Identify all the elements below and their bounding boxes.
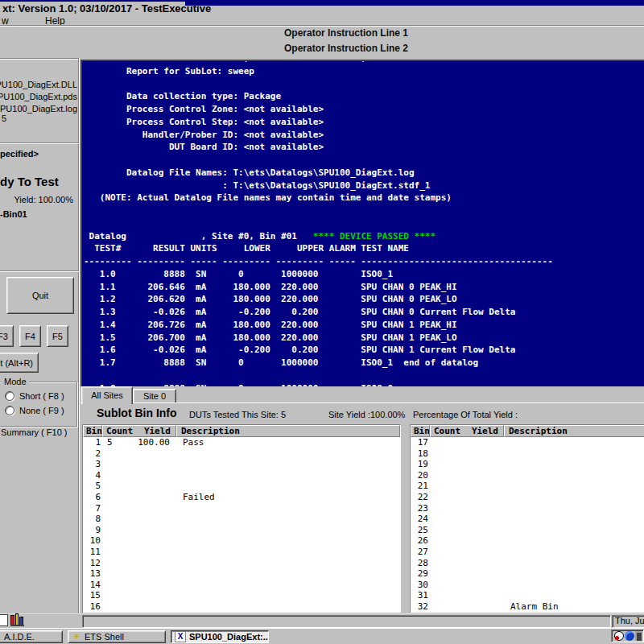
sidebar-not-specified-fragment: pecified> bbox=[0, 149, 39, 159]
bin-yield-cell bbox=[456, 459, 497, 470]
fkey-button-f3[interactable]: F3 bbox=[0, 325, 14, 347]
status-message-field bbox=[82, 615, 611, 628]
sidebar-file: SPU100_DiagExt.DLL bbox=[0, 80, 77, 92]
bin-bin-cell: 22 bbox=[411, 492, 428, 503]
bin-table-row: 31 bbox=[411, 590, 644, 601]
radio-label: None ( F9 ) bbox=[19, 406, 64, 415]
taskbar-button-aide[interactable]: A.I.D.E. bbox=[0, 630, 63, 643]
bin-yield-cell bbox=[456, 568, 497, 580]
bin-bin-cell: 23 bbox=[411, 503, 428, 514]
bin-yield-cell bbox=[456, 558, 497, 569]
quit-button[interactable]: Quit bbox=[6, 277, 74, 314]
bin-bin-cell: 26 bbox=[411, 535, 428, 547]
bin-bin-cell: 3 bbox=[83, 459, 101, 470]
status-ready-to-test: dy To Test bbox=[0, 175, 59, 188]
mode-radio-short-f8[interactable]: Short ( F8 ) bbox=[5, 390, 64, 401]
sidebar-file: SPU100_DiagExt.pds bbox=[0, 92, 77, 104]
datalog-console[interactable]: , , Report for SubLot: sweep Data collec… bbox=[80, 60, 644, 386]
bin-yield-cell bbox=[456, 590, 497, 601]
bin-yield-cell bbox=[456, 470, 497, 481]
bin-yield-cell bbox=[456, 492, 497, 503]
bin-bin-cell: 5 bbox=[83, 481, 101, 492]
bin-count-cell bbox=[435, 558, 456, 569]
bin-desc-cell: Failed bbox=[183, 492, 215, 503]
sublot-bin-info-title: Sublot Bin Info bbox=[97, 407, 177, 419]
bin-yield-cell bbox=[128, 580, 170, 591]
bin-count-cell bbox=[435, 601, 456, 613]
bin-yield-cell bbox=[128, 525, 170, 536]
bin-bin-cell: 17 bbox=[411, 437, 428, 448]
bin-bin-cell: 27 bbox=[411, 547, 428, 558]
bin-table-row: 19 bbox=[411, 459, 644, 470]
bin-table-body-left: 15100.00Pass23456Failed78910111213141516 bbox=[83, 437, 400, 613]
bin-count-cell bbox=[435, 481, 456, 492]
bar-chart-icon[interactable] bbox=[10, 613, 24, 626]
summary-f10-fragment[interactable]: Summary ( F10 ) bbox=[1, 427, 68, 437]
sidebar-top-separator bbox=[0, 58, 79, 60]
bin-table-row: 15 bbox=[83, 590, 400, 601]
taskbar-button-ets-shell[interactable]: ✳ETS Shell bbox=[68, 630, 166, 643]
bin-table-row: 20 bbox=[411, 470, 644, 481]
bin-bin-cell: 24 bbox=[411, 514, 428, 525]
bin-count-cell bbox=[107, 535, 128, 547]
bin-count-cell bbox=[107, 601, 128, 613]
bin-table-row: 27 bbox=[411, 547, 644, 558]
partial-tray-icon[interactable] bbox=[635, 631, 642, 641]
radio-icon[interactable] bbox=[5, 406, 14, 415]
bin-count-cell bbox=[435, 470, 456, 481]
bin-yield-cell bbox=[456, 481, 497, 492]
bin-yield-cell bbox=[128, 470, 170, 481]
tab-all-sites[interactable]: All Sites bbox=[81, 386, 133, 404]
bin-table-row: 8 bbox=[83, 514, 400, 525]
bin-table-row: 29 bbox=[411, 568, 644, 580]
taskbar-button-spu100-active[interactable]: XSPU100_DiagExt:... bbox=[171, 630, 269, 643]
network-globe-tray-icon[interactable] bbox=[625, 631, 634, 641]
bin-count-cell bbox=[107, 590, 128, 601]
radio-icon[interactable] bbox=[5, 391, 14, 401]
document-icon[interactable] bbox=[0, 614, 8, 626]
bin-desc-cell: Alarm Bin bbox=[510, 601, 559, 613]
bin-yield-cell: 100.00 bbox=[128, 437, 170, 448]
spu100-app-icon: X bbox=[175, 631, 186, 642]
sidebar-separator bbox=[0, 142, 79, 144]
bin-count-cell bbox=[435, 437, 456, 448]
bin-yield-cell bbox=[128, 547, 170, 558]
alarm-clock-tray-icon[interactable] bbox=[614, 631, 624, 641]
bin-count-cell bbox=[435, 568, 456, 580]
bin-table-row: 16 bbox=[83, 601, 400, 613]
bin-count-cell bbox=[435, 492, 456, 503]
col-header-bin: Bin bbox=[83, 425, 102, 437]
fkey-button-row: F3F4F5 bbox=[0, 325, 80, 345]
mode-radio-none-f9[interactable]: None ( F9 ) bbox=[5, 405, 64, 415]
ets-shell-icon: ✳ bbox=[72, 632, 81, 642]
bin-table-row: 24 bbox=[411, 514, 644, 525]
bin-yield-cell bbox=[128, 459, 170, 470]
bin-table-row: 22 bbox=[411, 492, 644, 503]
bin-bin-cell: 28 bbox=[411, 558, 428, 569]
bin-table-row: 21 bbox=[411, 481, 644, 492]
bin-table-body-right: 17181920212223242526272829303132Alarm Bi… bbox=[411, 437, 644, 613]
mode-groupbox-label: Mode bbox=[2, 377, 29, 386]
repeat-alt-r-button[interactable]: t (Alt+R) bbox=[0, 353, 39, 373]
system-tray bbox=[611, 630, 644, 642]
tab-site-0[interactable]: Site 0 bbox=[133, 389, 176, 403]
bin-bin-cell: 20 bbox=[411, 470, 428, 481]
titlebar-strip-right bbox=[185, 0, 644, 6]
bin-table-row: 9 bbox=[83, 525, 400, 536]
bin-count-cell bbox=[435, 580, 456, 591]
bin-yield-cell bbox=[456, 525, 497, 536]
radio-label: Short ( F8 ) bbox=[19, 391, 64, 401]
fkey-button-f4[interactable]: F4 bbox=[19, 325, 41, 347]
bin-table-row: 10 bbox=[83, 535, 400, 547]
bin-table-row: 6Failed bbox=[83, 492, 400, 503]
duts-tested-label: DUTs Tested This Site: 5 bbox=[189, 410, 286, 419]
bin-bin-cell: 19 bbox=[411, 459, 428, 470]
bin-bin-cell: 16 bbox=[83, 601, 101, 613]
bin-bin-cell: 31 bbox=[411, 590, 428, 601]
bin-count-cell bbox=[435, 503, 456, 514]
col-header-bin: Bin bbox=[411, 425, 430, 437]
bin-yield-cell bbox=[128, 481, 170, 492]
bin-table-row: 3 bbox=[83, 459, 400, 470]
fkey-button-f5[interactable]: F5 bbox=[47, 325, 68, 347]
bin-bin-cell: 9 bbox=[83, 525, 101, 536]
